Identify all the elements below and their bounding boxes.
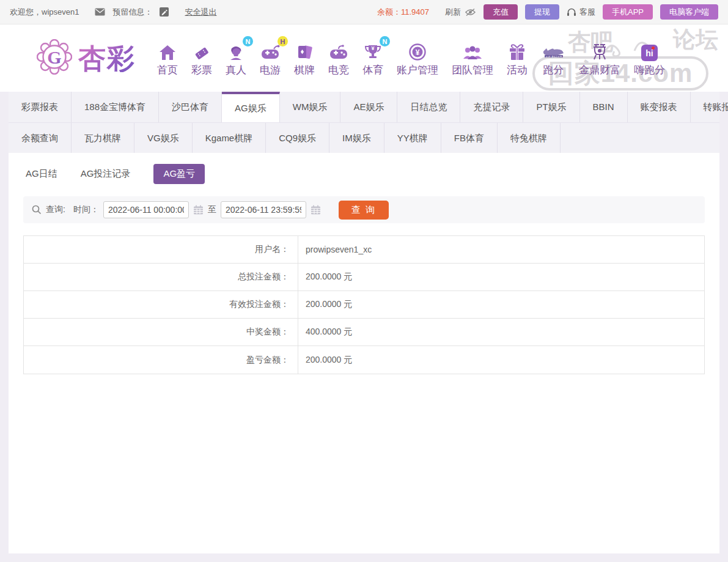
- customer-service-button[interactable]: 客服: [567, 7, 595, 18]
- nav-lottery[interactable]: 彩票: [185, 39, 219, 77]
- tab-zhuanzhang-baobiao[interactable]: 转账报表: [691, 92, 728, 122]
- row-value: prowipseven1_xc: [298, 236, 372, 263]
- nav-account[interactable]: ¥ 账户管理: [390, 39, 445, 77]
- subtab-ag-touzhu-jilu[interactable]: AG投注记录: [81, 168, 131, 180]
- table-row: 用户名： prowipseven1_xc: [24, 236, 704, 264]
- between-label: 至: [208, 204, 216, 215]
- site-header: 杏吧 论坛 回家14.com G 杏彩 首页: [0, 24, 728, 92]
- nav-cards[interactable]: 棋牌: [287, 39, 322, 77]
- nav-egames[interactable]: H 电游: [253, 39, 287, 77]
- row-label: 中奖金额：: [24, 319, 298, 346]
- withdraw-button[interactable]: 提现: [525, 4, 559, 20]
- badge-h: H: [278, 36, 288, 46]
- balance-value: 11.9407: [401, 7, 429, 17]
- mobile-app-button[interactable]: 手机APP: [603, 4, 653, 20]
- balance-text: 余额：11.9407: [377, 7, 429, 18]
- tab-im-yule[interactable]: IM娱乐: [329, 123, 384, 153]
- row-value: 200.0000 元: [298, 264, 352, 290]
- table-row: 有效投注金额： 200.0000 元: [24, 291, 704, 319]
- tab-ag-yule[interactable]: AG娱乐: [222, 92, 280, 122]
- gift-icon: [509, 39, 526, 61]
- tab-zhangbian-baobiao[interactable]: 账变报表: [628, 92, 691, 122]
- pc-client-button[interactable]: 电脑客户端: [660, 4, 718, 20]
- tab-yy-qipai[interactable]: YY棋牌: [384, 123, 441, 153]
- calendar-icon[interactable]: [311, 205, 321, 215]
- calendar-icon[interactable]: [193, 205, 204, 215]
- slot-gamepad-icon: H: [260, 39, 280, 61]
- query-button[interactable]: 查 询: [339, 201, 389, 220]
- main-nav: 首页 彩票 N 真人 H 电游 棋牌: [150, 39, 672, 77]
- subtab-ag-yingkui[interactable]: AG盈亏: [153, 164, 205, 184]
- row-label: 总投注金额：: [24, 264, 298, 290]
- edit-icon[interactable]: [160, 7, 169, 17]
- cards-icon: [295, 39, 314, 61]
- ag-subtabs: AG日结 AG投注记录 AG盈亏: [9, 163, 719, 193]
- home-icon: [158, 39, 177, 61]
- tab-cq9-yule[interactable]: CQ9娱乐: [266, 123, 329, 153]
- headset-icon: [567, 8, 576, 17]
- live-person-icon: N: [227, 39, 245, 61]
- tab-caipiao-baobiao[interactable]: 彩票报表: [9, 92, 72, 122]
- tab-wm-yule[interactable]: WM娱乐: [280, 92, 341, 122]
- site-logo[interactable]: G 杏彩: [37, 39, 136, 77]
- logo-flower-icon: G: [37, 39, 72, 77]
- hi-dot: [652, 46, 655, 50]
- tickets-icon: [193, 39, 211, 61]
- trophy-icon: ¥ N: [364, 39, 382, 61]
- svg-text:¥: ¥: [371, 45, 374, 51]
- tab-chongti-jilu[interactable]: 充提记录: [460, 92, 523, 122]
- tab-yue-chaxun[interactable]: 余额查询: [9, 123, 72, 153]
- tab-wali-qipai[interactable]: 瓦力棋牌: [72, 123, 134, 153]
- tab-bbin[interactable]: BBIN: [580, 92, 628, 122]
- envelope-icon[interactable]: [95, 8, 105, 16]
- badge-n: N: [243, 36, 253, 46]
- recharge-button[interactable]: 充值: [483, 4, 518, 20]
- svg-text:¥: ¥: [416, 48, 420, 57]
- welcome-text: 欢迎您，wipseven1: [10, 7, 79, 18]
- rhino-icon: 之.好. 最实工作室: [541, 39, 565, 61]
- svg-text:G: G: [47, 47, 61, 67]
- query-label: 查询:: [46, 204, 65, 215]
- row-label: 用户名：: [24, 236, 298, 263]
- svg-text:之.好. 最实工作室: 之.好. 最实工作室: [546, 55, 562, 58]
- nav-sports[interactable]: ¥ N 体育: [356, 39, 390, 77]
- tab-fb-tiyu[interactable]: FB体育: [441, 123, 498, 153]
- reserved-info-label: 预留信息：: [112, 7, 152, 18]
- tab-rijie-zonglan[interactable]: 日结总览: [397, 92, 460, 122]
- tab-ae-yule[interactable]: AE娱乐: [340, 92, 397, 122]
- search-icon: [32, 205, 42, 215]
- time-label: 时间：: [73, 204, 99, 215]
- nav-team[interactable]: 团队管理: [445, 39, 500, 77]
- refresh-button[interactable]: 刷新: [445, 7, 476, 18]
- subtab-ag-rijie[interactable]: AG日结: [26, 168, 57, 180]
- content-panel: AG日结 AG投注记录 AG盈亏 查询: 时间： 至 查 询 用户名：: [9, 153, 719, 553]
- tab-kgame-qipai[interactable]: Kgame棋牌: [193, 123, 267, 153]
- logout-link[interactable]: 安全退出: [185, 7, 216, 18]
- table-row: 中奖金额： 400.0000 元: [24, 319, 704, 346]
- ding-vessel-icon: [590, 39, 609, 61]
- tab-shaba[interactable]: 沙巴体育: [159, 92, 222, 122]
- nav-home[interactable]: 首页: [150, 39, 185, 77]
- nav-esports[interactable]: 电竞: [322, 39, 356, 77]
- table-row: 盈亏金额： 200.0000 元: [24, 346, 704, 374]
- table-row: 总投注金额： 200.0000 元: [24, 264, 704, 291]
- tab-tetu-qipai[interactable]: 特兔棋牌: [498, 123, 561, 153]
- tab-188jinbaobo[interactable]: 188金宝博体育: [72, 92, 159, 122]
- date-to-input[interactable]: [221, 201, 306, 218]
- brand-name: 杏彩: [78, 45, 136, 72]
- nav-jinding[interactable]: 金鼎财富: [572, 39, 627, 77]
- row-value: 400.0000 元: [298, 319, 352, 346]
- nav-paofen[interactable]: 之.好. 最实工作室 跑分: [534, 39, 572, 77]
- query-bar: 查询: 时间： 至 查 询: [23, 196, 705, 223]
- nav-live[interactable]: N 真人: [219, 39, 253, 77]
- nav-promotions[interactable]: 活动: [500, 39, 534, 77]
- team-icon: [462, 39, 483, 61]
- topbar: 欢迎您，wipseven1 预留信息： 安全退出 余额：11.9407 刷新 充…: [0, 0, 728, 24]
- row-value: 200.0000 元: [298, 291, 352, 318]
- eye-off-icon[interactable]: [465, 8, 476, 17]
- tab-pt-yule[interactable]: PT娱乐: [523, 92, 579, 122]
- main-container: 彩票报表 188金宝博体育 沙巴体育 AG娱乐 WM娱乐 AE娱乐 日结总览 充…: [9, 92, 719, 553]
- nav-hipaofen[interactable]: hi 嗨跑分: [627, 39, 672, 77]
- date-from-input[interactable]: [103, 201, 189, 218]
- tab-vg-yule[interactable]: VG娱乐: [134, 123, 193, 153]
